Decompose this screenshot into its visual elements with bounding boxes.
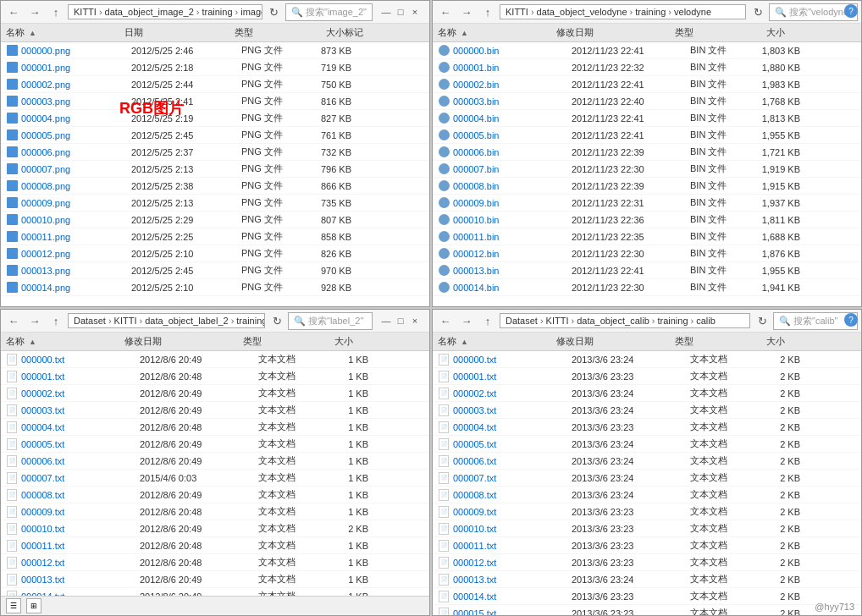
table-row[interactable]: 000005.bin 2012/11/23 22:41 BIN 文件 1,955… [433, 127, 861, 144]
path-velodyne[interactable]: KITTI › data_object_velodyne › training … [500, 4, 746, 19]
table-row[interactable]: 📄 000009.txt 2013/3/6 23:23 文本文档 2 KB [433, 503, 861, 520]
table-row[interactable]: 000008.png 2012/5/25 2:38 PNG 文件 866 KB [1, 178, 429, 195]
table-row[interactable]: 000007.bin 2012/11/23 22:30 BIN 文件 1,919… [433, 161, 861, 178]
table-row[interactable]: 000009.bin 2012/11/23 22:31 BIN 文件 1,937… [433, 195, 861, 212]
close-bl[interactable]: × [409, 315, 421, 327]
back-button-bl[interactable]: ← [4, 311, 23, 330]
path-calib[interactable]: Dataset › KITTI › data_object_calib › tr… [500, 313, 750, 328]
search-box-image2[interactable]: 🔍 搜索"image_2" [285, 3, 373, 21]
table-row[interactable]: 📄 000002.txt 2013/3/6 23:24 文本文档 2 KB [433, 385, 861, 402]
up-button-tl[interactable]: ↑ [47, 3, 65, 21]
up-button-br[interactable]: ↑ [478, 311, 497, 330]
table-row[interactable]: 📄 000010.txt 2013/3/6 23:23 文本文档 2 KB [433, 520, 861, 537]
table-row[interactable]: 📄 000002.txt 2012/8/6 20:49 文本文档 1 KB [1, 385, 429, 402]
table-row[interactable]: 000001.bin 2012/11/23 22:32 BIN 文件 1,880… [433, 59, 861, 76]
table-row[interactable]: 000003.png 2012/5/25 2:41 PNG 文件 816 KB [1, 93, 429, 110]
view-list-bl[interactable]: ☰ [6, 598, 21, 613]
table-row[interactable]: 000003.bin 2012/11/23 22:40 BIN 文件 1,768… [433, 93, 861, 110]
refresh-button-tl[interactable]: ↻ [265, 3, 284, 21]
table-row[interactable]: 000001.png 2012/5/25 2:18 PNG 文件 719 KB [1, 59, 429, 76]
help-button-br[interactable]: ? [844, 313, 858, 327]
table-row[interactable]: 📄 000005.txt 2012/8/6 20:49 文本文档 1 KB [1, 436, 429, 453]
table-row[interactable]: 000014.png 2012/5/25 2:10 PNG 文件 928 KB [1, 279, 429, 296]
table-row[interactable]: 📄 000011.txt 2012/8/6 20:48 文本文档 1 KB [1, 537, 429, 554]
table-row[interactable]: 📄 000007.txt 2015/4/6 0:03 文本文档 1 KB [1, 470, 429, 487]
bin-icon [438, 62, 450, 74]
table-row[interactable]: 📄 000006.txt 2013/3/6 23:24 文本文档 2 KB [433, 453, 861, 470]
table-row[interactable]: 📄 000011.txt 2013/3/6 23:23 文本文档 2 KB [433, 537, 861, 554]
table-row[interactable]: 📄 000012.txt 2013/3/6 23:23 文本文档 2 KB [433, 554, 861, 571]
table-row[interactable]: 000004.bin 2012/11/23 22:41 BIN 文件 1,813… [433, 110, 861, 127]
table-row[interactable]: 000006.png 2012/5/25 2:37 PNG 文件 732 KB [1, 144, 429, 161]
table-row[interactable]: 📄 000004.txt 2012/8/6 20:48 文本文档 1 KB [1, 419, 429, 436]
table-row[interactable]: 000010.bin 2012/11/23 22:36 BIN 文件 1,811… [433, 212, 861, 228]
table-row[interactable]: 📄 000012.txt 2012/8/6 20:48 文本文档 1 KB [1, 554, 429, 571]
maximize-bl[interactable]: □ [395, 315, 406, 327]
table-row[interactable]: 000005.png 2012/5/25 2:45 PNG 文件 761 KB [1, 127, 429, 144]
back-button-tl[interactable]: ← [4, 3, 23, 21]
file-name: 000011.png [21, 232, 131, 242]
path-label2[interactable]: Dataset › KITTI › data_object_label_2 › … [68, 313, 265, 328]
table-row[interactable]: 000008.bin 2012/11/23 22:39 BIN 文件 1,915… [433, 178, 861, 195]
table-row[interactable]: 📄 000000.txt 2012/8/6 20:49 文本文档 1 KB [1, 351, 429, 368]
table-row[interactable]: 📄 000005.txt 2013/3/6 23:24 文本文档 2 KB [433, 436, 861, 453]
table-row[interactable]: 📄 000000.txt 2013/3/6 23:24 文本文档 2 KB [433, 351, 861, 368]
table-row[interactable]: 000002.png 2012/5/25 2:44 PNG 文件 750 KB [1, 76, 429, 93]
table-row[interactable]: 📄 000004.txt 2013/3/6 23:23 文本文档 2 KB [433, 419, 861, 436]
forward-button-br[interactable]: → [457, 311, 476, 330]
table-row[interactable]: 000000.png 2012/5/25 2:46 PNG 文件 873 KB [1, 42, 429, 59]
refresh-button-bl[interactable]: ↻ [268, 311, 286, 330]
table-row[interactable]: 000004.png 2012/5/25 2:19 PNG 文件 827 KB [1, 110, 429, 127]
table-row[interactable]: 📄 000013.txt 2012/8/6 20:49 文本文档 1 KB [1, 571, 429, 588]
table-row[interactable]: 000002.bin 2012/11/23 22:41 BIN 文件 1,983… [433, 76, 861, 93]
minimize-tl[interactable]: — [380, 6, 392, 18]
table-row[interactable]: 📄 000008.txt 2013/3/6 23:24 文本文档 2 KB [433, 487, 861, 503]
table-row[interactable]: 📄 000010.txt 2012/8/6 20:49 文本文档 2 KB [1, 520, 429, 537]
table-row[interactable]: 📄 000009.txt 2012/8/6 20:48 文本文档 1 KB [1, 503, 429, 520]
file-type: 文本文档 [690, 505, 749, 518]
table-row[interactable]: 000013.bin 2012/11/23 22:41 BIN 文件 1,955… [433, 262, 861, 279]
forward-button-tl[interactable]: → [25, 3, 44, 21]
bin-icon [438, 248, 450, 260]
table-row[interactable]: 000010.png 2012/5/25 2:29 PNG 文件 807 KB [1, 212, 429, 228]
table-row[interactable]: 000011.png 2012/5/25 2:25 PNG 文件 858 KB [1, 228, 429, 245]
table-row[interactable]: 📄 000007.txt 2013/3/6 23:24 文本文档 2 KB [433, 470, 861, 487]
search-box-label2[interactable]: 🔍 搜索"label_2" [288, 312, 373, 330]
table-row[interactable]: 000007.png 2012/5/25 2:13 PNG 文件 796 KB [1, 161, 429, 178]
maximize-tl[interactable]: □ [395, 6, 406, 18]
table-row[interactable]: 000011.bin 2012/11/23 22:35 BIN 文件 1,688… [433, 228, 861, 245]
minimize-bl[interactable]: — [380, 315, 392, 327]
bin-icon [438, 96, 450, 107]
view-detail-bl[interactable]: ⊞ [26, 598, 41, 613]
table-row[interactable]: 000006.bin 2012/11/23 22:39 BIN 文件 1,721… [433, 144, 861, 161]
table-row[interactable]: 000012.png 2012/5/25 2:10 PNG 文件 826 KB [1, 245, 429, 262]
table-row[interactable]: 📄 000001.txt 2013/3/6 23:23 文本文档 2 KB [433, 368, 861, 385]
help-button-tr[interactable]: ? [844, 4, 858, 18]
table-row[interactable]: 📄 000014.txt 2012/8/6 20:49 文本文档 1 KB [1, 588, 429, 596]
table-row[interactable]: 000014.bin 2012/11/23 22:30 BIN 文件 1,941… [433, 279, 861, 296]
up-button-tr[interactable]: ↑ [478, 3, 497, 21]
table-row[interactable]: 000009.png 2012/5/25 2:13 PNG 文件 735 KB [1, 195, 429, 212]
table-row[interactable]: 📄 000015.txt 2013/3/6 23:23 文本文档 2 KB [433, 605, 861, 615]
up-button-bl[interactable]: ↑ [47, 311, 65, 330]
forward-button-tr[interactable]: → [457, 3, 476, 21]
path-image2[interactable]: KITTI › data_object_image_2 › training ›… [68, 4, 262, 19]
table-row[interactable]: 📄 000003.txt 2012/8/6 20:49 文本文档 1 KB [1, 402, 429, 419]
table-row[interactable]: 📄 000013.txt 2013/3/6 23:24 文本文档 2 KB [433, 571, 861, 588]
table-row[interactable]: 📄 000008.txt 2012/8/6 20:49 文本文档 1 KB [1, 487, 429, 503]
forward-button-bl[interactable]: → [25, 311, 44, 330]
back-button-tr[interactable]: ← [436, 3, 455, 21]
back-button-br[interactable]: ← [436, 311, 455, 330]
refresh-button-tr[interactable]: ↻ [749, 3, 767, 21]
file-name: 000002.txt [21, 388, 140, 399]
table-row[interactable]: 000000.bin 2012/11/23 22:41 BIN 文件 1,803… [433, 42, 861, 59]
table-row[interactable]: 📄 000014.txt 2013/3/6 23:23 文本文档 2 KB [433, 588, 861, 605]
refresh-button-br[interactable]: ↻ [753, 311, 771, 330]
table-row[interactable]: 000013.png 2012/5/25 2:45 PNG 文件 970 KB [1, 262, 429, 279]
close-tl[interactable]: × [409, 6, 421, 18]
table-row[interactable]: 📄 000003.txt 2013/3/6 23:24 文本文档 2 KB [433, 402, 861, 419]
file-size: 1 KB [318, 490, 368, 500]
table-row[interactable]: 000012.bin 2012/11/23 22:30 BIN 文件 1,876… [433, 245, 861, 262]
table-row[interactable]: 📄 000001.txt 2012/8/6 20:48 文本文档 1 KB [1, 368, 429, 385]
table-row[interactable]: 📄 000006.txt 2012/8/6 20:49 文本文档 1 KB [1, 453, 429, 470]
